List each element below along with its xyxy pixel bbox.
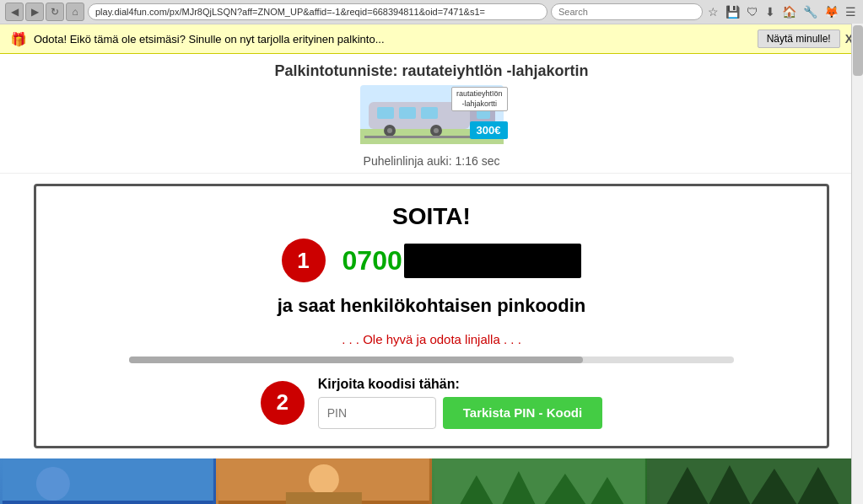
step2-circle: 2	[261, 381, 305, 425]
bottom-images	[0, 458, 863, 504]
tools-icon[interactable]: 🔧	[801, 3, 819, 20]
notification-bar: 🎁 Odota! Eikö tämä ole etsimäsi? Sinulle…	[0, 24, 863, 54]
soita-title: SOITA!	[53, 203, 810, 230]
svg-point-10	[434, 128, 439, 133]
svg-rect-20	[286, 492, 362, 504]
firefox-icon: 🦊	[823, 3, 840, 20]
svg-rect-5	[421, 107, 438, 119]
svg-rect-4	[399, 107, 416, 119]
bottom-image-3	[432, 458, 648, 504]
svg-point-19	[309, 464, 339, 495]
back-button[interactable]: ◀	[5, 3, 24, 21]
phone-green: 0700	[343, 245, 402, 276]
nayta-button[interactable]: Näytä minulle!	[758, 29, 840, 48]
gift-icon: 🎁	[10, 31, 27, 47]
svg-point-8	[387, 128, 392, 133]
prize-header: Palkintotunniste: rautateiyhtIön -lahjak…	[0, 54, 863, 174]
save-icon[interactable]: 💾	[724, 3, 742, 20]
bottom-image-4	[647, 458, 863, 504]
ole-text: . . . Ole hyvä ja odota linjalla . . .	[53, 332, 810, 346]
pin-input[interactable]	[318, 397, 436, 429]
phone-line: Puhelinlinja auki: 1:16 sec	[0, 154, 863, 168]
bottom-image-1	[0, 458, 216, 504]
step1-circle: 1	[282, 239, 326, 282]
progress-bar	[129, 357, 735, 363]
bottom-image-2	[216, 458, 432, 504]
progress-bar-fill	[129, 357, 583, 363]
forward-icon: ▶	[31, 6, 39, 18]
url-bar[interactable]	[88, 3, 547, 20]
svg-rect-14	[3, 458, 213, 504]
bookmark-icon[interactable]: ☆	[706, 3, 720, 20]
shield-icon: 🛡	[745, 3, 760, 20]
search-input[interactable]	[551, 3, 703, 20]
svg-point-16	[36, 467, 70, 501]
henk-text: ja saat henkilökohtaisen pinkoodin	[53, 294, 810, 319]
reload-icon: ↻	[51, 6, 59, 18]
kirjoita-label: Kirjoita koodisi tähän:	[318, 377, 602, 392]
svg-rect-15	[3, 501, 213, 504]
step2-area: 2 Kirjoita koodisi tähän: Tarkista PIN -…	[53, 377, 810, 429]
download-icon[interactable]: ⬇	[763, 3, 777, 20]
home-icon: ⌂	[72, 6, 78, 18]
prize-title: Palkintotunniste: rautateiyhtIön -lahjak…	[0, 62, 863, 80]
scrollbar-thumb[interactable]	[853, 25, 863, 76]
notification-text: Odota! Eikö tämä ole etsimäsi? Sinulle o…	[34, 33, 385, 46]
prize-badge: 300€	[477, 124, 501, 137]
svg-rect-3	[377, 107, 394, 119]
menu-icon[interactable]: ☰	[844, 3, 858, 20]
phone-hidden: XXXXXXXX	[404, 244, 582, 278]
back-icon: ◀	[11, 6, 19, 18]
step2-content: Kirjoita koodisi tähän: Tarkista PIN - K…	[318, 377, 602, 429]
prize-label-line2: -lahjakortti	[461, 99, 497, 108]
prize-label-line1: rautatieyhtïön	[456, 89, 503, 98]
phone-number-row: 0700 XXXXXXXX	[343, 244, 582, 278]
scrollbar[interactable]	[851, 24, 863, 504]
step1-row: 1 0700 XXXXXXXX	[53, 239, 810, 282]
home-button[interactable]: ⌂	[66, 3, 84, 21]
home2-icon[interactable]: 🏠	[780, 3, 798, 20]
tarkista-button[interactable]: Tarkista PIN - Koodi	[443, 397, 602, 429]
step2-inputs: Tarkista PIN - Koodi	[318, 397, 602, 429]
reload-button[interactable]: ↻	[46, 3, 64, 21]
page-content: Palkintotunniste: rautateiyhtIön -lahjak…	[0, 54, 863, 504]
main-card: SOITA! 1 0700 XXXXXXXX ja saat henkilöko…	[34, 184, 829, 448]
forward-button[interactable]: ▶	[25, 3, 44, 21]
